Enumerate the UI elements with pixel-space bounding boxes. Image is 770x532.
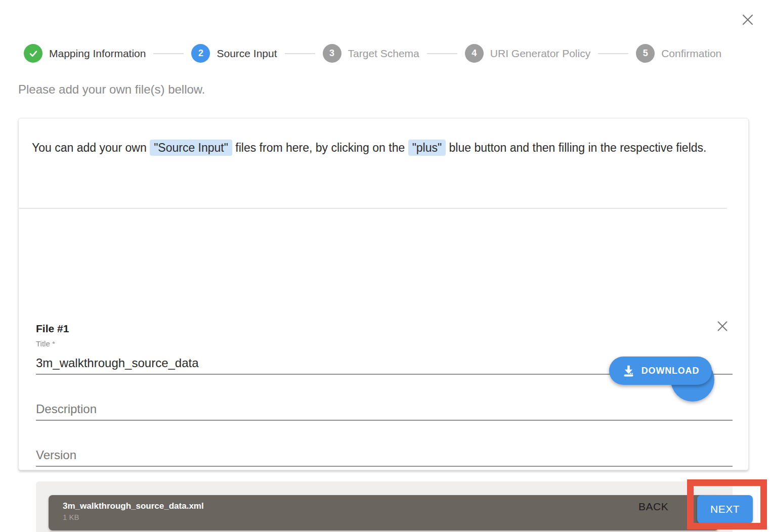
step-source-input[interactable]: 2 Source Input — [191, 44, 277, 63]
instructions-part-1: You can add your own — [32, 141, 147, 154]
next-button[interactable]: NEXT — [697, 495, 753, 523]
step-uri-generator-policy[interactable]: 4 URI Generator Policy — [465, 44, 590, 63]
dialog-close-button[interactable] — [739, 11, 756, 28]
download-button-label: DOWNLOAD — [641, 366, 699, 376]
step-connector — [598, 53, 628, 54]
download-button[interactable]: DOWNLOAD — [609, 357, 712, 385]
source-input-highlight: "Source Input" — [150, 140, 232, 156]
file-heading: File #1 — [36, 323, 69, 335]
step-4-label: URI Generator Policy — [490, 48, 590, 60]
step-mapping-information[interactable]: Mapping Information — [24, 44, 146, 63]
instructions-part-3: blue button and then filling in the resp… — [449, 141, 707, 154]
step-5-circle: 5 — [636, 44, 655, 63]
step-5-label: Confirmation — [661, 48, 721, 60]
wizard-stepper: Mapping Information 2 Source Input 3 Tar… — [24, 44, 750, 63]
attached-file-size: 1 KB — [63, 513, 719, 521]
step-2-circle: 2 — [191, 44, 210, 63]
file-entry-section: File #1 Title * 3m_walkthrough_source_da… — [19, 209, 748, 469]
remove-file-button[interactable] — [714, 318, 731, 334]
step-connector — [153, 53, 184, 54]
step-3-label: Target Schema — [348, 48, 419, 60]
description-input[interactable] — [36, 398, 733, 421]
step-connector — [427, 53, 457, 54]
step-1-circle — [24, 44, 42, 63]
attached-file-chip: 3m_walkthrough_source_data.xml 1 KB — [49, 495, 719, 530]
step-2-label: Source Input — [217, 48, 277, 60]
step-4-circle: 4 — [465, 44, 484, 63]
attached-file-name: 3m_walkthrough_source_data.xml — [63, 501, 719, 511]
step-1-label: Mapping Information — [49, 48, 146, 60]
check-icon — [28, 49, 38, 59]
close-icon — [715, 319, 730, 333]
page-subtitle: Please add your own file(s) bellow. — [18, 82, 205, 97]
download-icon — [622, 364, 635, 378]
step-connector — [285, 53, 315, 54]
step-confirmation[interactable]: 5 Confirmation — [636, 44, 721, 63]
instructions-text: You can add your own "Source Input" file… — [19, 118, 727, 209]
source-input-card: You can add your own "Source Input" file… — [18, 118, 749, 470]
attachment-zone: 3m_walkthrough_source_data.xml 1 KB — [36, 481, 733, 532]
back-button[interactable]: BACK — [638, 501, 668, 513]
title-field-label: Title * — [36, 339, 55, 348]
close-icon — [740, 12, 755, 27]
step-3-circle: 3 — [323, 44, 341, 63]
plus-highlight: "plus" — [408, 140, 446, 156]
instructions-part-2: files from here, by clicking on the — [235, 141, 405, 154]
version-input[interactable] — [36, 445, 733, 467]
step-target-schema[interactable]: 3 Target Schema — [323, 44, 419, 63]
